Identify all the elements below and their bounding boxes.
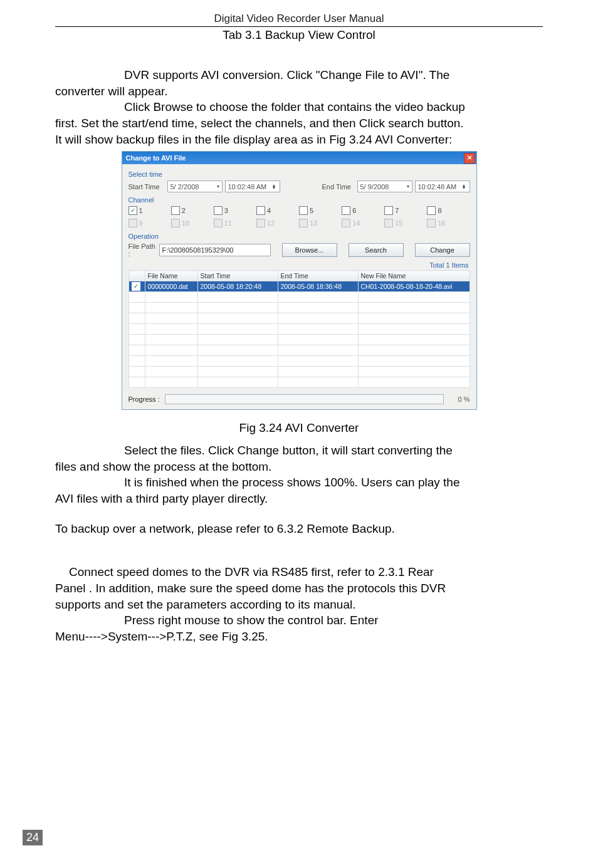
start-time-label: Start Time xyxy=(129,183,167,191)
end-time-label: End Time xyxy=(322,183,357,191)
spinner-icon: ▴▾ xyxy=(461,184,467,189)
col-end-time[interactable]: End Time xyxy=(278,271,358,281)
manual-header: Digital Video Recorder User Manual xyxy=(55,13,543,25)
checkbox-icon xyxy=(214,206,223,215)
checkbox-icon xyxy=(129,219,137,227)
checkbox-icon xyxy=(342,206,350,215)
channel-3[interactable]: 3 xyxy=(214,206,256,215)
total-items-label: Total 1 Items xyxy=(129,261,469,269)
header-rule xyxy=(55,26,543,27)
paragraph-1-line-1: DVR supports AVI conversion. Click "Chan… xyxy=(55,67,543,83)
checkbox-icon xyxy=(129,206,137,215)
cell-new-file-name: CH01-2008-05-08-18-20-48.avi xyxy=(358,281,469,292)
paragraph-2-line-3: It will show backup files in the file di… xyxy=(55,132,543,148)
change-button[interactable]: Change xyxy=(415,243,470,257)
checkbox-icon xyxy=(384,206,393,215)
paragraph-7-line-2: Menu---->System--->P.T.Z, see Fig 3.25. xyxy=(55,629,543,645)
spinner-icon: ▴▾ xyxy=(271,184,277,189)
end-date-picker[interactable]: 5/ 9/2008 ▾ xyxy=(357,180,412,192)
search-button[interactable]: Search xyxy=(349,243,404,257)
table-row[interactable] xyxy=(129,367,469,377)
paragraph-3-line-1: Select the files. Click Change button, i… xyxy=(55,442,543,459)
paragraph-4-line-1: It is finished when the process shows 10… xyxy=(55,474,543,491)
checkbox-icon xyxy=(299,206,308,215)
channel-13: 13 xyxy=(299,219,342,227)
figure-caption: Fig 3.24 AVI Converter xyxy=(55,421,543,435)
channel-2[interactable]: 2 xyxy=(171,206,214,215)
col-new-file-name[interactable]: New File Name xyxy=(358,271,469,281)
start-date-picker[interactable]: 5/ 2/2008 ▾ xyxy=(167,180,223,192)
file-path-label: File Path : xyxy=(129,243,159,258)
avi-converter-dialog: Change to AVI File ✕ Select time Start T… xyxy=(122,151,477,410)
close-icon[interactable]: ✕ xyxy=(464,153,475,164)
table-row[interactable] xyxy=(129,345,469,356)
paragraph-5: To backup over a network, please refer t… xyxy=(55,521,543,537)
channel-10: 10 xyxy=(171,219,214,227)
paragraph-4-line-2: AVI files with a third party player dire… xyxy=(55,491,543,507)
cell-file-name: 00000000.dat xyxy=(145,281,197,292)
table-header-row: File Name Start Time End Time New File N… xyxy=(129,271,469,281)
col-file-name[interactable]: File Name xyxy=(145,271,197,281)
channel-8[interactable]: 8 xyxy=(427,206,469,215)
progress-label: Progress : xyxy=(129,395,160,403)
checkbox-icon xyxy=(384,219,393,227)
checkbox-icon xyxy=(342,219,350,227)
checkbox-icon xyxy=(299,219,308,227)
table-row[interactable] xyxy=(129,335,469,345)
select-time-label: Select time xyxy=(129,170,470,178)
channel-9: 9 xyxy=(129,219,171,227)
checkbox-icon xyxy=(427,206,436,215)
browse-button[interactable]: Browse... xyxy=(282,243,337,257)
table-row[interactable] xyxy=(129,377,469,388)
progress-percent: 0 % xyxy=(449,395,470,403)
cell-end-time: 2008-05-08 18:36:48 xyxy=(278,281,358,292)
channel-11: 11 xyxy=(214,219,256,227)
channel-16: 16 xyxy=(427,219,469,227)
col-start-time[interactable]: Start Time xyxy=(197,271,278,281)
operation-section-label: Operation xyxy=(129,233,470,240)
paragraph-6-line-1: Connect speed domes to the DVR via RS485… xyxy=(55,564,543,580)
progress-bar xyxy=(165,394,444,404)
table-row[interactable] xyxy=(129,313,469,324)
table-row[interactable] xyxy=(129,303,469,313)
paragraph-6-line-3: supports and set the parameters accordin… xyxy=(55,597,543,613)
table-row[interactable] xyxy=(129,292,469,303)
paragraph-7-line-1: Press right mouse to show the control ba… xyxy=(55,612,543,629)
checkbox-icon xyxy=(171,219,180,227)
checkbox-icon xyxy=(214,219,223,227)
channel-4[interactable]: 4 xyxy=(256,206,299,215)
end-date-value: 5/ 9/2008 xyxy=(360,183,389,191)
channel-7[interactable]: 7 xyxy=(384,206,427,215)
checkbox-icon xyxy=(256,206,265,215)
channel-6[interactable]: 6 xyxy=(342,206,384,215)
chevron-down-icon: ▾ xyxy=(217,184,219,189)
checkbox-icon[interactable] xyxy=(132,282,140,291)
file-path-input[interactable]: F:\20080508195329\00 xyxy=(159,244,271,256)
channel-grid: 1 2 3 4 5 6 7 8 9 10 11 12 13 14 15 16 xyxy=(129,206,470,227)
start-time-spinner[interactable]: 10:02:48 AM ▴▾ xyxy=(225,180,280,192)
table-row[interactable] xyxy=(129,356,469,367)
channel-1[interactable]: 1 xyxy=(129,206,171,215)
channel-5[interactable]: 5 xyxy=(299,206,342,215)
channel-14: 14 xyxy=(342,219,384,227)
col-check[interactable] xyxy=(129,271,145,281)
channel-15: 15 xyxy=(384,219,427,227)
end-time-value: 10:02:48 AM xyxy=(418,183,457,191)
table-row[interactable]: 00000000.dat 2008-05-08 18:20:48 2008-05… xyxy=(129,281,469,292)
channel-12: 12 xyxy=(256,219,299,227)
paragraph-2-line-2: first. Set the start/end time, select th… xyxy=(55,115,543,132)
paragraph-6-line-2: Panel . In addition, make sure the speed… xyxy=(55,580,543,597)
table-row[interactable] xyxy=(129,324,469,335)
file-table: File Name Start Time End Time New File N… xyxy=(129,270,470,388)
checkbox-icon xyxy=(427,219,436,227)
checkbox-icon xyxy=(171,206,180,215)
start-date-value: 5/ 2/2008 xyxy=(170,183,199,191)
paragraph-2-line-1: Click Browse to choose the folder that c… xyxy=(55,99,543,115)
cell-start-time: 2008-05-08 18:20:48 xyxy=(197,281,278,292)
paragraph-1-line-2: converter will appear. xyxy=(55,83,543,100)
end-time-spinner[interactable]: 10:02:48 AM ▴▾ xyxy=(415,180,470,192)
dialog-titlebar[interactable]: Change to AVI File ✕ xyxy=(122,152,476,164)
page-number: 24 xyxy=(23,830,43,845)
start-time-value: 10:02:48 AM xyxy=(228,183,267,191)
paragraph-3-line-2: files and show the process at the bottom… xyxy=(55,459,543,475)
